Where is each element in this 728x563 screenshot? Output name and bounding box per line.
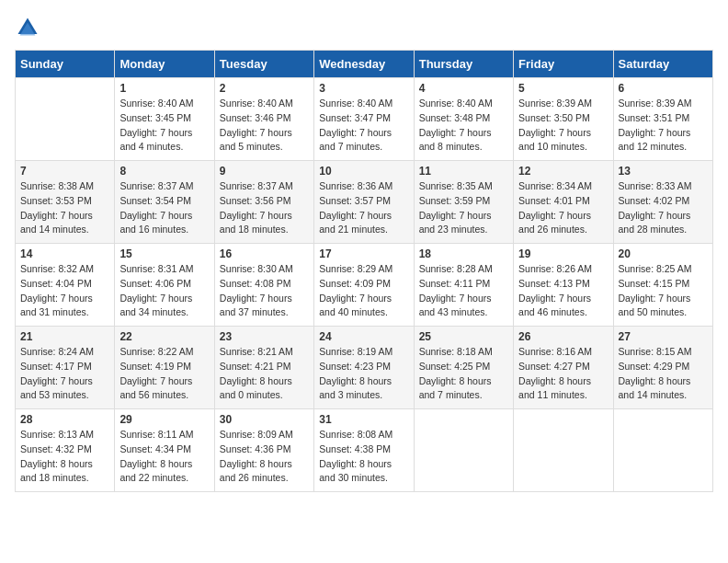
day-info: Sunrise: 8:29 AMSunset: 4:09 PMDaylight:… — [319, 262, 408, 320]
day-number: 15 — [119, 247, 209, 260]
calendar-cell — [414, 409, 513, 492]
day-number: 25 — [419, 330, 508, 343]
day-info: Sunrise: 8:40 AMSunset: 3:46 PMDaylight:… — [220, 97, 309, 155]
header-monday: Monday — [115, 51, 214, 78]
day-number: 9 — [220, 165, 309, 178]
day-number: 30 — [220, 413, 309, 426]
calendar-cell: 15Sunrise: 8:31 AMSunset: 4:06 PMDayligh… — [115, 244, 214, 327]
day-number: 13 — [619, 165, 708, 178]
day-number: 24 — [319, 330, 408, 343]
calendar-cell: 23Sunrise: 8:21 AMSunset: 4:21 PMDayligh… — [214, 327, 313, 409]
day-number: 17 — [319, 247, 408, 260]
day-number: 19 — [518, 247, 608, 260]
calendar-cell: 3Sunrise: 8:40 AMSunset: 3:47 PMDaylight… — [314, 78, 414, 161]
week-row-5: 28Sunrise: 8:13 AMSunset: 4:32 PMDayligh… — [16, 409, 713, 492]
calendar-cell: 5Sunrise: 8:39 AMSunset: 3:50 PMDaylight… — [514, 78, 613, 161]
day-info: Sunrise: 8:09 AMSunset: 4:36 PMDaylight:… — [220, 428, 309, 486]
day-info: Sunrise: 8:39 AMSunset: 3:51 PMDaylight:… — [619, 97, 708, 155]
calendar-cell: 14Sunrise: 8:32 AMSunset: 4:04 PMDayligh… — [16, 244, 115, 327]
calendar-cell: 13Sunrise: 8:33 AMSunset: 4:02 PMDayligh… — [613, 161, 712, 244]
calendar-cell: 11Sunrise: 8:35 AMSunset: 3:59 PMDayligh… — [414, 161, 513, 244]
header-tuesday: Tuesday — [214, 51, 313, 78]
calendar-cell — [16, 78, 115, 161]
day-number: 26 — [518, 330, 608, 343]
calendar-cell: 30Sunrise: 8:09 AMSunset: 4:36 PMDayligh… — [214, 409, 313, 492]
day-info: Sunrise: 8:34 AMSunset: 4:01 PMDaylight:… — [518, 179, 608, 237]
day-info: Sunrise: 8:13 AMSunset: 4:32 PMDaylight:… — [20, 428, 109, 486]
header-sunday: Sunday — [16, 51, 115, 78]
calendar-cell: 18Sunrise: 8:28 AMSunset: 4:11 PMDayligh… — [414, 244, 513, 327]
calendar-cell: 20Sunrise: 8:25 AMSunset: 4:15 PMDayligh… — [613, 244, 712, 327]
calendar-cell: 17Sunrise: 8:29 AMSunset: 4:09 PMDayligh… — [314, 244, 414, 327]
day-number: 10 — [319, 165, 408, 178]
day-number: 7 — [20, 165, 109, 178]
day-info: Sunrise: 8:35 AMSunset: 3:59 PMDaylight:… — [419, 179, 508, 237]
day-info: Sunrise: 8:40 AMSunset: 3:45 PMDaylight:… — [119, 97, 209, 155]
day-info: Sunrise: 8:24 AMSunset: 4:17 PMDaylight:… — [20, 345, 109, 403]
header-wednesday: Wednesday — [314, 51, 414, 78]
logo — [15, 15, 44, 40]
calendar-cell: 21Sunrise: 8:24 AMSunset: 4:17 PMDayligh… — [16, 327, 115, 409]
day-number: 28 — [20, 413, 109, 426]
day-number: 29 — [119, 413, 209, 426]
day-number: 20 — [619, 247, 708, 260]
day-info: Sunrise: 8:30 AMSunset: 4:08 PMDaylight:… — [220, 262, 309, 320]
day-number: 27 — [619, 330, 708, 343]
day-info: Sunrise: 8:39 AMSunset: 3:50 PMDaylight:… — [518, 97, 608, 155]
calendar-table: SundayMondayTuesdayWednesdayThursdayFrid… — [15, 50, 713, 492]
calendar-cell: 26Sunrise: 8:16 AMSunset: 4:27 PMDayligh… — [514, 327, 613, 409]
calendar-cell — [613, 409, 712, 492]
day-number: 21 — [20, 330, 109, 343]
calendar-cell: 9Sunrise: 8:37 AMSunset: 3:56 PMDaylight… — [214, 161, 313, 244]
day-number: 18 — [419, 247, 508, 260]
day-info: Sunrise: 8:19 AMSunset: 4:23 PMDaylight:… — [319, 345, 408, 403]
day-number: 3 — [319, 82, 408, 95]
week-row-3: 14Sunrise: 8:32 AMSunset: 4:04 PMDayligh… — [16, 244, 713, 327]
day-number: 11 — [419, 165, 508, 178]
day-info: Sunrise: 8:40 AMSunset: 3:48 PMDaylight:… — [419, 97, 508, 155]
day-info: Sunrise: 8:18 AMSunset: 4:25 PMDaylight:… — [419, 345, 508, 403]
day-info: Sunrise: 8:40 AMSunset: 3:47 PMDaylight:… — [319, 97, 408, 155]
day-info: Sunrise: 8:31 AMSunset: 4:06 PMDaylight:… — [119, 262, 209, 320]
day-number: 8 — [119, 165, 209, 178]
day-number: 1 — [119, 82, 209, 95]
day-info: Sunrise: 8:26 AMSunset: 4:13 PMDaylight:… — [518, 262, 608, 320]
header-row: SundayMondayTuesdayWednesdayThursdayFrid… — [16, 51, 713, 78]
week-row-4: 21Sunrise: 8:24 AMSunset: 4:17 PMDayligh… — [16, 327, 713, 409]
calendar-cell: 8Sunrise: 8:37 AMSunset: 3:54 PMDaylight… — [115, 161, 214, 244]
day-info: Sunrise: 8:37 AMSunset: 3:56 PMDaylight:… — [220, 179, 309, 237]
day-number: 6 — [619, 82, 708, 95]
day-info: Sunrise: 8:33 AMSunset: 4:02 PMDaylight:… — [619, 179, 708, 237]
calendar-cell: 4Sunrise: 8:40 AMSunset: 3:48 PMDaylight… — [414, 78, 513, 161]
day-number: 12 — [518, 165, 608, 178]
calendar-cell: 12Sunrise: 8:34 AMSunset: 4:01 PMDayligh… — [514, 161, 613, 244]
calendar-cell: 25Sunrise: 8:18 AMSunset: 4:25 PMDayligh… — [414, 327, 513, 409]
calendar-cell: 28Sunrise: 8:13 AMSunset: 4:32 PMDayligh… — [16, 409, 115, 492]
day-info: Sunrise: 8:32 AMSunset: 4:04 PMDaylight:… — [20, 262, 109, 320]
calendar-cell: 31Sunrise: 8:08 AMSunset: 4:38 PMDayligh… — [314, 409, 414, 492]
day-info: Sunrise: 8:08 AMSunset: 4:38 PMDaylight:… — [319, 428, 408, 486]
day-info: Sunrise: 8:38 AMSunset: 3:53 PMDaylight:… — [20, 179, 109, 237]
calendar-cell: 2Sunrise: 8:40 AMSunset: 3:46 PMDaylight… — [214, 78, 313, 161]
day-number: 14 — [20, 247, 109, 260]
week-row-2: 7Sunrise: 8:38 AMSunset: 3:53 PMDaylight… — [16, 161, 713, 244]
header-friday: Friday — [514, 51, 613, 78]
calendar-cell: 7Sunrise: 8:38 AMSunset: 3:53 PMDaylight… — [16, 161, 115, 244]
header-saturday: Saturday — [613, 51, 712, 78]
day-info: Sunrise: 8:36 AMSunset: 3:57 PMDaylight:… — [319, 179, 408, 237]
calendar-cell: 16Sunrise: 8:30 AMSunset: 4:08 PMDayligh… — [214, 244, 313, 327]
calendar-cell: 19Sunrise: 8:26 AMSunset: 4:13 PMDayligh… — [514, 244, 613, 327]
day-number: 31 — [319, 413, 408, 426]
day-info: Sunrise: 8:16 AMSunset: 4:27 PMDaylight:… — [518, 345, 608, 403]
calendar-cell: 24Sunrise: 8:19 AMSunset: 4:23 PMDayligh… — [314, 327, 414, 409]
day-number: 22 — [119, 330, 209, 343]
calendar-cell: 10Sunrise: 8:36 AMSunset: 3:57 PMDayligh… — [314, 161, 414, 244]
calendar-cell: 27Sunrise: 8:15 AMSunset: 4:29 PMDayligh… — [613, 327, 712, 409]
calendar-cell: 6Sunrise: 8:39 AMSunset: 3:51 PMDaylight… — [613, 78, 712, 161]
day-number: 2 — [220, 82, 309, 95]
day-info: Sunrise: 8:15 AMSunset: 4:29 PMDaylight:… — [619, 345, 708, 403]
header-thursday: Thursday — [414, 51, 513, 78]
day-number: 5 — [518, 82, 608, 95]
calendar-cell — [514, 409, 613, 492]
page-header — [15, 15, 713, 40]
